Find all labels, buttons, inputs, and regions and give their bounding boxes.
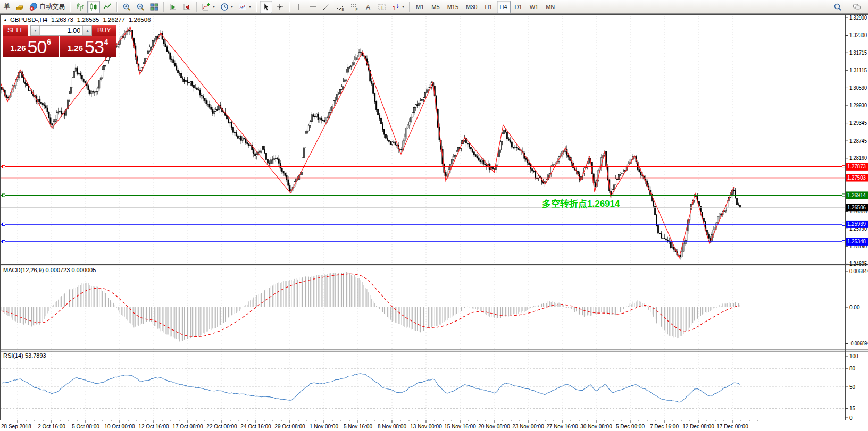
indicators-button[interactable]: ▾: [200, 1, 217, 13]
svg-text:1.30530: 1.30530: [849, 85, 867, 91]
timeframe-h1-button-label: H1: [485, 4, 492, 10]
svg-text:1.28160: 1.28160: [849, 155, 867, 161]
new-order-button[interactable]: 单: [2, 1, 12, 13]
svg-text:T: T: [381, 4, 384, 10]
svg-text:7 Dec 16:00: 7 Dec 16:00: [650, 424, 679, 429]
toolbar-separator: [116, 2, 118, 12]
arrows-button[interactable]: ▾: [389, 1, 406, 13]
svg-text:0: 0: [849, 415, 853, 421]
chevron-down-icon[interactable]: ▾: [402, 4, 404, 9]
line-handle[interactable]: [3, 240, 5, 243]
auto-scroll-button[interactable]: [167, 1, 180, 13]
trendline-button[interactable]: [320, 1, 333, 13]
auto-trading-button[interactable]: 自动交易: [27, 1, 67, 13]
zoomout-icon: [136, 3, 145, 11]
svg-text:12 Oct 16:00: 12 Oct 16:00: [138, 424, 169, 429]
svg-text:10 Oct 00:00: 10 Oct 00:00: [104, 424, 135, 429]
timeframe-h1-button[interactable]: H1: [481, 1, 495, 13]
timeframe-m1-button[interactable]: M1: [413, 1, 427, 13]
svg-text:17 Dec 00:00: 17 Dec 00:00: [716, 424, 748, 429]
candlestick-chart-button[interactable]: [87, 1, 100, 13]
search-button[interactable]: [831, 1, 844, 13]
svg-text:5 Nov 16:00: 5 Nov 16:00: [344, 424, 372, 429]
chevron-down-icon[interactable]: ▾: [213, 4, 215, 9]
sell-price-pip: 6: [47, 38, 51, 46]
svg-text:28 Sep 2018: 28 Sep 2018: [1, 424, 31, 429]
cursor-button[interactable]: [260, 1, 272, 13]
gold-icon: [15, 3, 24, 11]
text-button[interactable]: A: [362, 1, 374, 13]
chevron-down-icon[interactable]: ▾: [249, 4, 251, 9]
vertical-line-button[interactable]: [293, 1, 305, 13]
chart-shift-button[interactable]: [181, 1, 194, 13]
horizontal-line-button[interactable]: [306, 1, 319, 13]
templates-button[interactable]: ▾: [236, 1, 253, 13]
sell-price-button[interactable]: 1.26 50 6: [3, 36, 59, 57]
arrows-icon: [391, 3, 400, 11]
timeframe-m1-button-label: M1: [416, 4, 424, 10]
chart-canvas[interactable]: 多空转折点1.269141.329001.323001.317151.31115…: [0, 0, 868, 431]
price-badge: 1.25939: [846, 221, 868, 228]
svg-text:15 Nov 16:00: 15 Nov 16:00: [444, 424, 476, 429]
volume-stepper: ▾ ▴: [30, 25, 92, 36]
line-handle[interactable]: [842, 223, 845, 225]
channel-icon: E: [336, 3, 345, 11]
equidistant-channel-button[interactable]: E: [334, 1, 347, 13]
timeframe-mn-button[interactable]: MN: [542, 1, 558, 13]
price-badge: 1.26914: [846, 191, 868, 199]
svg-text:2 Oct 16:00: 2 Oct 16:00: [38, 424, 65, 429]
svg-text:17 Oct 08:00: 17 Oct 08:00: [172, 424, 203, 429]
line-handle[interactable]: [3, 165, 5, 168]
svg-text:80: 80: [849, 366, 856, 371]
toolbar-separator: [196, 2, 197, 12]
timeframe-m30-button[interactable]: M30: [463, 1, 480, 13]
sell-button[interactable]: SELL: [3, 25, 28, 36]
periods-button[interactable]: ▾: [218, 1, 235, 13]
symbol-timeframe-label: GBPUSD-,H4: [10, 16, 47, 23]
timeframe-m5-button[interactable]: M5: [428, 1, 443, 13]
chat-icon: [853, 3, 861, 11]
fibonacci-button[interactable]: F: [348, 1, 361, 13]
volume-increase-button[interactable]: ▴: [82, 26, 91, 35]
chat-button[interactable]: [850, 1, 863, 13]
close-order-button[interactable]: [13, 1, 26, 13]
line-handle[interactable]: [3, 194, 5, 197]
zoom-out-button[interactable]: [134, 1, 147, 13]
chevron-down-icon[interactable]: ▾: [231, 4, 233, 9]
svg-text:A: A: [366, 3, 370, 11]
rsi-label: RSI(14) 53.7893: [3, 352, 46, 359]
timeframe-m30-button-label: M30: [466, 4, 477, 10]
line-handle[interactable]: [842, 240, 845, 243]
tile-windows-button[interactable]: [148, 1, 161, 13]
volume-input[interactable]: [40, 26, 82, 35]
text-label-button[interactable]: T: [375, 1, 388, 13]
timeframe-m15-button[interactable]: M15: [444, 1, 462, 13]
timeframe-d1-button[interactable]: D1: [512, 1, 525, 13]
timeframe-h4-button[interactable]: H4: [497, 1, 511, 13]
svg-text:50: 50: [849, 384, 856, 390]
timeframe-m15-button-label: M15: [447, 4, 458, 10]
bar-chart-button[interactable]: [73, 1, 86, 13]
annotation-text[interactable]: 多空转折点1.26914: [542, 198, 620, 209]
svg-text:20 Nov 08:00: 20 Nov 08:00: [478, 424, 510, 429]
crosshair-button[interactable]: [273, 1, 286, 13]
price-badge: 1.25348: [846, 238, 868, 246]
line-handle[interactable]: [842, 194, 845, 197]
zoom-in-button[interactable]: [120, 1, 133, 13]
svg-text:5 Oct 08:00: 5 Oct 08:00: [72, 424, 99, 429]
sell-price-main: 50: [28, 39, 47, 55]
buy-price-button[interactable]: 1.26 53 4: [60, 36, 116, 57]
line-handle[interactable]: [842, 165, 845, 168]
line-handle[interactable]: [3, 223, 5, 225]
svg-text:1.27873: 1.27873: [847, 164, 866, 170]
timeframe-w1-button[interactable]: W1: [527, 1, 542, 13]
svg-text:1.26914: 1.26914: [847, 192, 866, 198]
template-icon: [238, 3, 247, 11]
auto-trading-button-label: 自动交易: [39, 2, 65, 11]
buy-button[interactable]: BUY: [92, 25, 116, 36]
volume-decrease-button[interactable]: ▾: [31, 26, 40, 35]
svg-text:30 Nov 08:00: 30 Nov 08:00: [580, 424, 612, 429]
line-chart-button[interactable]: [101, 1, 114, 13]
timeframe-w1-button-label: W1: [530, 4, 539, 10]
collapse-panel-icon[interactable]: ▲: [3, 18, 7, 22]
